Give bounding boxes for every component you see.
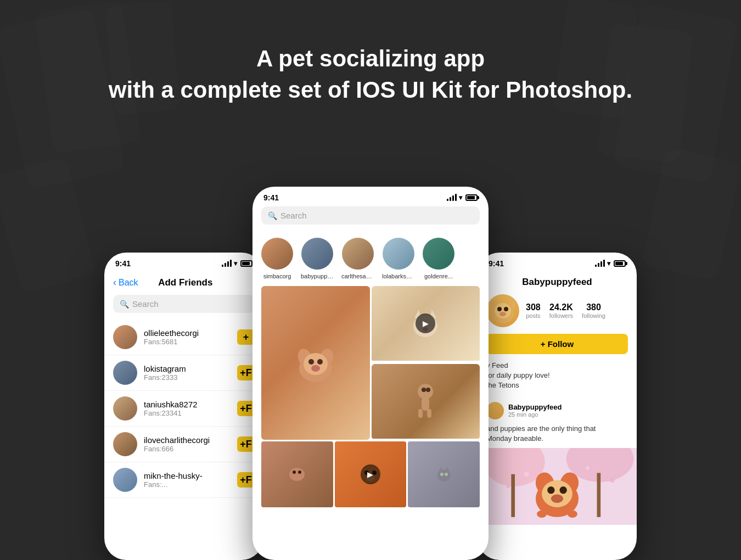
user-info: ollieleethecorgi Fans:5681 xyxy=(144,328,231,346)
center-search-bar[interactable]: 🔍 Search xyxy=(261,206,480,225)
svg-point-19 xyxy=(289,468,305,481)
user-name: ilovecharlithecorgi xyxy=(144,435,231,445)
search-placeholder: Search xyxy=(132,299,159,309)
story-item[interactable]: goldenre... xyxy=(423,238,454,279)
profile-name: Babypuppyfeed xyxy=(478,272,637,294)
status-time-right: 9:41 xyxy=(489,259,504,268)
svg-point-37 xyxy=(499,312,506,316)
post-text-line2: Monday braeable. xyxy=(486,434,543,443)
user-info: lokistagram Fans:2333 xyxy=(144,364,231,382)
post-image xyxy=(478,448,637,525)
svg-point-49 xyxy=(551,494,563,503)
svg-marker-27 xyxy=(439,467,442,473)
wifi-icon: ▾ xyxy=(607,260,610,267)
signal-icon xyxy=(447,194,457,201)
follow-button[interactable]: + Follow xyxy=(486,334,628,354)
svg-point-29 xyxy=(440,473,444,476)
post-text: and puppies are the only thing that Mond… xyxy=(478,422,637,448)
svg-rect-15 xyxy=(418,409,423,418)
stories-row: simbacorg babypuppyf... carlthesamm... l… xyxy=(252,231,489,286)
profile-bio: y Feed for daily puppy love! the Tetons xyxy=(478,361,637,397)
bio-line3: the Tetons xyxy=(486,380,628,390)
story-avatar xyxy=(383,238,414,270)
svg-point-47 xyxy=(547,486,554,494)
stat-posts: 308 posts xyxy=(526,303,541,319)
svg-point-52 xyxy=(524,472,529,477)
user-info: mikn-the-husky- Fans:... xyxy=(144,471,231,489)
svg-point-21 xyxy=(298,471,301,474)
user-list: ollieleethecorgi Fans:5681 + lokistagram… xyxy=(104,320,263,498)
battery-icon xyxy=(465,194,478,201)
search-icon: 🔍 xyxy=(268,211,277,220)
user-fans: Fans:... xyxy=(144,480,231,489)
grid-item-cat2 xyxy=(408,441,480,507)
status-icons-right: ▾ xyxy=(595,260,626,267)
avatar xyxy=(113,396,137,421)
status-time-left: 9:41 xyxy=(115,259,131,268)
grid-item-dog2 xyxy=(261,441,333,507)
svg-rect-42 xyxy=(597,473,601,517)
following-count: 380 xyxy=(582,303,605,312)
post-time: 25 min ago xyxy=(508,411,562,418)
status-time-center: 9:41 xyxy=(263,193,279,202)
post-image-illustration xyxy=(478,448,637,525)
story-name: lolabarksdale xyxy=(382,273,415,279)
story-name: goldenre... xyxy=(424,273,453,279)
corgi-illustration xyxy=(294,341,338,385)
list-item[interactable]: ollieleethecorgi Fans:5681 + xyxy=(104,320,263,355)
back-button[interactable]: ‹ Back xyxy=(113,277,138,288)
photo-grid-wrapper: ▶ xyxy=(252,286,489,440)
profile-avatar-illustration xyxy=(486,294,519,327)
user-name: lokistagram xyxy=(144,364,231,373)
story-item[interactable]: carlthesamm... xyxy=(341,238,374,279)
list-item[interactable]: ilovecharlithecorgi Fans:666 +F xyxy=(104,427,263,462)
user-name: ollieleethecorgi xyxy=(144,328,231,338)
post-author-avatar xyxy=(486,402,504,419)
hero-section: A pet socializing app with a complete se… xyxy=(0,44,741,106)
list-item[interactable]: taniushka8272 Fans:23341 +F xyxy=(104,391,263,427)
phone-browse: 9:41 ▾ 🔍 Search xyxy=(252,187,489,560)
user-fans: Fans:666 xyxy=(144,445,231,453)
search-input[interactable]: Search xyxy=(280,211,307,220)
list-item[interactable]: mikn-the-husky- Fans:... +F xyxy=(104,462,263,498)
search-icon: 🔍 xyxy=(120,300,129,309)
list-item[interactable]: lokistagram Fans:2333 +F xyxy=(104,355,263,391)
followers-count: 24.2K xyxy=(549,303,573,312)
battery-icon xyxy=(240,260,252,267)
back-chevron-icon: ‹ xyxy=(113,277,116,288)
svg-rect-14 xyxy=(422,397,429,411)
status-bar-center: 9:41 ▾ xyxy=(252,187,489,206)
svg-point-48 xyxy=(559,486,566,494)
wifi-icon: ▾ xyxy=(459,194,462,201)
hero-line2: with a complete set of IOS UI Kit for Ph… xyxy=(0,74,741,107)
grid-item-large xyxy=(261,286,370,440)
post-text-line1: and puppies are the only thing that xyxy=(486,424,596,433)
phone-add-friends: 9:41 ▾ ‹ Back Add Friends xyxy=(104,253,263,560)
svg-point-35 xyxy=(497,307,502,311)
svg-point-4 xyxy=(308,359,314,365)
search-bar-container: 🔍 Search xyxy=(104,295,263,320)
status-icons-left: ▾ xyxy=(222,260,252,267)
play-button[interactable]: ▶ xyxy=(361,464,380,484)
post-author-name: Babypuppyfeed xyxy=(508,403,562,411)
stat-following: 380 following xyxy=(582,303,605,319)
photo-row-2: ▶ xyxy=(252,440,489,507)
svg-point-30 xyxy=(445,473,448,476)
add-friends-header: ‹ Back Add Friends xyxy=(104,272,263,295)
search-bar[interactable]: 🔍 Search xyxy=(113,295,255,313)
svg-rect-41 xyxy=(511,474,515,517)
story-item[interactable]: simbacorg xyxy=(261,238,293,279)
grid-item-husky[interactable]: ▶ xyxy=(335,441,407,507)
grid-item-poodle xyxy=(372,364,480,440)
story-item[interactable]: lolabarksdale xyxy=(382,238,415,279)
story-item[interactable]: babypuppyf... xyxy=(301,238,334,279)
phone-profile: 9:41 ▾ Babypuppyfeed xyxy=(478,253,637,560)
post-author-row: Babypuppyfeed 25 min ago xyxy=(478,397,637,422)
story-avatar xyxy=(261,238,293,270)
svg-point-17 xyxy=(422,388,426,392)
status-bar-right: 9:41 ▾ xyxy=(478,253,637,272)
user-name: mikn-the-husky- xyxy=(144,471,231,480)
play-button[interactable]: ▶ xyxy=(416,313,435,333)
dog2-illustration xyxy=(286,463,308,485)
battery-icon xyxy=(614,260,626,267)
